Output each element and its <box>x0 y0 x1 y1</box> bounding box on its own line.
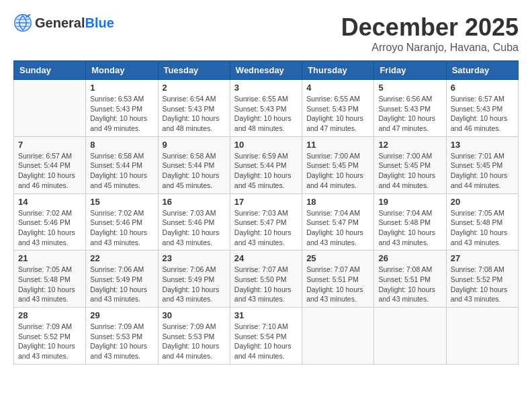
calendar-day-cell: 18Sunrise: 7:04 AM Sunset: 5:47 PM Dayli… <box>302 193 374 250</box>
day-number: 1 <box>90 83 153 93</box>
day-info: Sunrise: 6:53 AM Sunset: 5:43 PM Dayligh… <box>90 94 153 134</box>
day-info: Sunrise: 7:02 AM Sunset: 5:46 PM Dayligh… <box>90 208 153 248</box>
day-number: 17 <box>234 197 298 207</box>
calendar-day-cell: 9Sunrise: 6:58 AM Sunset: 5:44 PM Daylig… <box>158 136 230 193</box>
calendar-day-cell: 25Sunrise: 7:07 AM Sunset: 5:51 PM Dayli… <box>302 250 374 308</box>
calendar-day-cell: 19Sunrise: 7:04 AM Sunset: 5:48 PM Dayli… <box>374 193 446 250</box>
day-info: Sunrise: 7:06 AM Sunset: 5:49 PM Dayligh… <box>90 265 153 304</box>
day-info: Sunrise: 7:04 AM Sunset: 5:47 PM Dayligh… <box>306 208 369 248</box>
day-number: 8 <box>90 140 153 150</box>
day-number: 7 <box>18 140 81 150</box>
day-info: Sunrise: 6:57 AM Sunset: 5:44 PM Dayligh… <box>18 151 81 191</box>
day-info: Sunrise: 7:07 AM Sunset: 5:50 PM Dayligh… <box>234 265 298 304</box>
day-info: Sunrise: 7:05 AM Sunset: 5:48 PM Dayligh… <box>451 208 514 248</box>
day-info: Sunrise: 6:57 AM Sunset: 5:43 PM Dayligh… <box>451 94 514 134</box>
day-number: 12 <box>378 140 441 150</box>
day-number: 29 <box>90 310 153 320</box>
day-info: Sunrise: 6:54 AM Sunset: 5:43 PM Dayligh… <box>163 94 226 134</box>
day-number: 3 <box>234 83 298 93</box>
calendar-day-cell: 12Sunrise: 7:00 AM Sunset: 5:45 PM Dayli… <box>374 136 446 193</box>
calendar-day-cell: 31Sunrise: 7:10 AM Sunset: 5:54 PM Dayli… <box>230 308 302 365</box>
calendar-day-cell: 22Sunrise: 7:06 AM Sunset: 5:49 PM Dayli… <box>86 250 158 308</box>
logo: GeneralBlue <box>13 13 114 32</box>
calendar-day-cell: 24Sunrise: 7:07 AM Sunset: 5:50 PM Dayli… <box>230 250 302 308</box>
day-number: 15 <box>90 197 153 207</box>
day-number: 11 <box>306 140 369 150</box>
calendar-day-cell <box>446 308 518 365</box>
calendar-week-row: 21Sunrise: 7:05 AM Sunset: 5:48 PM Dayli… <box>14 250 519 308</box>
day-info: Sunrise: 7:10 AM Sunset: 5:54 PM Dayligh… <box>234 322 298 361</box>
day-info: Sunrise: 6:56 AM Sunset: 5:43 PM Dayligh… <box>378 94 441 134</box>
calendar-day-cell: 26Sunrise: 7:08 AM Sunset: 5:51 PM Dayli… <box>374 250 446 308</box>
day-info: Sunrise: 7:09 AM Sunset: 5:52 PM Dayligh… <box>18 322 81 361</box>
day-info: Sunrise: 7:09 AM Sunset: 5:53 PM Dayligh… <box>90 322 153 361</box>
day-number: 27 <box>451 253 514 263</box>
calendar-header-row: SundayMondayTuesdayWednesdayThursdayFrid… <box>14 61 519 80</box>
day-number: 30 <box>163 310 226 320</box>
day-info: Sunrise: 6:55 AM Sunset: 5:43 PM Dayligh… <box>234 94 298 134</box>
calendar-day-cell: 11Sunrise: 7:00 AM Sunset: 5:45 PM Dayli… <box>302 136 374 193</box>
page-title: December 2025 <box>341 13 519 42</box>
calendar-day-cell: 5Sunrise: 6:56 AM Sunset: 5:43 PM Daylig… <box>374 80 446 137</box>
day-info: Sunrise: 7:03 AM Sunset: 5:46 PM Dayligh… <box>163 208 226 248</box>
calendar-day-cell: 15Sunrise: 7:02 AM Sunset: 5:46 PM Dayli… <box>86 193 158 250</box>
calendar-day-cell: 21Sunrise: 7:05 AM Sunset: 5:48 PM Dayli… <box>14 250 86 308</box>
page-header: GeneralBlue December 2025 Arroyo Naranjo… <box>13 13 519 54</box>
logo-general: General <box>35 15 85 30</box>
calendar-day-cell <box>302 308 374 365</box>
day-number: 21 <box>18 253 81 263</box>
day-info: Sunrise: 7:00 AM Sunset: 5:45 PM Dayligh… <box>378 151 441 191</box>
calendar-table: SundayMondayTuesdayWednesdayThursdayFrid… <box>13 60 519 365</box>
calendar-week-row: 14Sunrise: 7:02 AM Sunset: 5:46 PM Dayli… <box>14 193 519 250</box>
calendar-day-cell: 28Sunrise: 7:09 AM Sunset: 5:52 PM Dayli… <box>14 308 86 365</box>
day-number: 24 <box>234 253 298 263</box>
calendar-day-cell: 17Sunrise: 7:03 AM Sunset: 5:47 PM Dayli… <box>230 193 302 250</box>
weekday-header: Friday <box>374 61 446 80</box>
calendar-day-cell: 14Sunrise: 7:02 AM Sunset: 5:46 PM Dayli… <box>14 193 86 250</box>
weekday-header: Sunday <box>14 61 86 80</box>
calendar-day-cell: 13Sunrise: 7:01 AM Sunset: 5:45 PM Dayli… <box>446 136 518 193</box>
day-number: 2 <box>163 83 226 93</box>
day-number: 28 <box>18 310 81 320</box>
day-number: 20 <box>451 197 514 207</box>
day-info: Sunrise: 7:07 AM Sunset: 5:51 PM Dayligh… <box>306 265 369 304</box>
day-info: Sunrise: 7:08 AM Sunset: 5:51 PM Dayligh… <box>378 265 441 304</box>
weekday-header: Monday <box>86 61 158 80</box>
weekday-header: Wednesday <box>230 61 302 80</box>
day-number: 14 <box>18 197 81 207</box>
day-info: Sunrise: 6:55 AM Sunset: 5:43 PM Dayligh… <box>306 94 369 134</box>
day-number: 22 <box>90 253 153 263</box>
day-number: 13 <box>451 140 514 150</box>
calendar-day-cell: 7Sunrise: 6:57 AM Sunset: 5:44 PM Daylig… <box>14 136 86 193</box>
day-number: 18 <box>306 197 369 207</box>
day-number: 19 <box>378 197 441 207</box>
calendar-day-cell <box>14 80 86 137</box>
day-number: 23 <box>163 253 226 263</box>
day-number: 5 <box>378 83 441 93</box>
calendar-day-cell: 8Sunrise: 6:58 AM Sunset: 5:44 PM Daylig… <box>86 136 158 193</box>
calendar-day-cell: 30Sunrise: 7:09 AM Sunset: 5:53 PM Dayli… <box>158 308 230 365</box>
page-location: Arroyo Naranjo, Havana, Cuba <box>341 42 519 54</box>
day-number: 10 <box>234 140 298 150</box>
calendar-week-row: 7Sunrise: 6:57 AM Sunset: 5:44 PM Daylig… <box>14 136 519 193</box>
logo-icon <box>13 13 32 32</box>
day-info: Sunrise: 7:04 AM Sunset: 5:48 PM Dayligh… <box>378 208 441 248</box>
calendar-day-cell: 6Sunrise: 6:57 AM Sunset: 5:43 PM Daylig… <box>446 80 518 137</box>
weekday-header: Tuesday <box>158 61 230 80</box>
logo-blue: Blue <box>85 15 114 30</box>
day-info: Sunrise: 7:09 AM Sunset: 5:53 PM Dayligh… <box>163 322 226 361</box>
day-number: 26 <box>378 253 441 263</box>
weekday-header: Thursday <box>302 61 374 80</box>
calendar-day-cell <box>374 308 446 365</box>
day-number: 9 <box>163 140 226 150</box>
calendar-week-row: 1Sunrise: 6:53 AM Sunset: 5:43 PM Daylig… <box>14 80 519 137</box>
day-info: Sunrise: 7:03 AM Sunset: 5:47 PM Dayligh… <box>234 208 298 248</box>
day-info: Sunrise: 7:06 AM Sunset: 5:49 PM Dayligh… <box>163 265 226 304</box>
day-number: 16 <box>163 197 226 207</box>
calendar-day-cell: 10Sunrise: 6:59 AM Sunset: 5:44 PM Dayli… <box>230 136 302 193</box>
calendar-day-cell: 16Sunrise: 7:03 AM Sunset: 5:46 PM Dayli… <box>158 193 230 250</box>
day-number: 4 <box>306 83 369 93</box>
calendar-day-cell: 4Sunrise: 6:55 AM Sunset: 5:43 PM Daylig… <box>302 80 374 137</box>
day-number: 25 <box>306 253 369 263</box>
title-block: December 2025 Arroyo Naranjo, Havana, Cu… <box>341 13 519 54</box>
